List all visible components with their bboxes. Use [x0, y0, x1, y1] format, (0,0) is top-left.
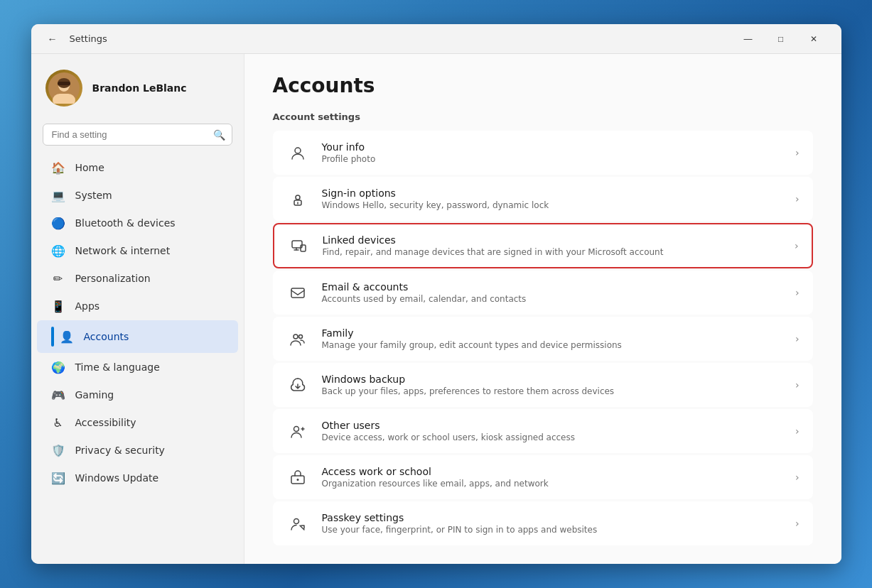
settings-text-passkey: Passkey settings Use your face, fingerpr…: [322, 512, 782, 535]
chevron-icon-access-work: ›: [795, 472, 800, 483]
titlebar: ← Settings — □ ✕: [31, 24, 841, 54]
chevron-icon-your-info: ›: [795, 147, 800, 158]
settings-title-your-info: Your info: [322, 141, 782, 153]
settings-window: ← Settings — □ ✕ Brandon: [31, 24, 841, 564]
settings-title-other-users: Other users: [322, 420, 782, 431]
nav-label-accessibility: Accessibility: [75, 417, 136, 428]
settings-icon-passkey: [286, 512, 309, 535]
close-button[interactable]: ✕: [797, 28, 830, 50]
nav-list: 🏠 Home 💻 System 🔵 Bluetooth & devices 🌐 …: [31, 154, 244, 491]
nav-icon-bluetooth: 🔵: [51, 216, 65, 230]
settings-title-access-work: Access work or school: [322, 466, 782, 477]
settings-icon-windows-backup: [286, 374, 309, 396]
settings-icon-signin-options: [286, 187, 309, 210]
sidebar-item-privacy[interactable]: 🛡️ Privacy & security: [37, 437, 238, 464]
settings-icon-family: [286, 327, 309, 350]
svg-point-11: [294, 334, 298, 339]
settings-item-email-accounts[interactable]: Email & accounts Accounts used by email,…: [273, 271, 813, 315]
nav-label-privacy: Privacy & security: [75, 445, 165, 456]
settings-desc-your-info: Profile photo: [322, 154, 782, 164]
nav-icon-personalization: ✏️: [51, 271, 65, 285]
sidebar-item-bluetooth[interactable]: 🔵 Bluetooth & devices: [37, 209, 238, 236]
back-button[interactable]: ←: [43, 29, 63, 49]
settings-item-your-info[interactable]: Your info Profile photo ›: [273, 131, 813, 175]
settings-item-passkey[interactable]: Passkey settings Use your face, fingerpr…: [273, 501, 813, 545]
settings-title-email-accounts: Email & accounts: [322, 281, 782, 293]
window-controls: — □ ✕: [732, 28, 830, 50]
chevron-icon-linked-devices: ›: [795, 240, 799, 251]
sidebar-item-network[interactable]: 🌐 Network & internet: [37, 237, 238, 264]
settings-item-family[interactable]: Family Manage your family group, edit ac…: [273, 317, 813, 361]
sidebar-item-personalization[interactable]: ✏️ Personalization: [37, 265, 238, 292]
settings-desc-family: Manage your family group, edit account t…: [322, 340, 782, 350]
window-body: Brandon LeBlanc 🔍 🏠 Home 💻 System 🔵 Blue…: [31, 54, 841, 564]
maximize-button[interactable]: □: [765, 28, 797, 50]
settings-icon-access-work: [286, 466, 309, 489]
settings-icon-email-accounts: [286, 281, 309, 304]
sidebar-item-accessibility[interactable]: ♿ Accessibility: [37, 409, 238, 436]
sidebar-item-time[interactable]: 🌍 Time & language: [37, 354, 238, 381]
sidebar-item-gaming[interactable]: 🎮 Gaming: [37, 381, 238, 408]
settings-title-windows-backup: Windows backup: [322, 374, 782, 385]
search-input[interactable]: [43, 124, 232, 146]
svg-point-12: [298, 335, 302, 339]
sidebar-item-accounts[interactable]: 👤 Accounts: [37, 320, 238, 353]
settings-text-access-work: Access work or school Organization resou…: [322, 466, 782, 489]
chevron-icon-signin-options: ›: [795, 193, 800, 205]
settings-text-windows-backup: Windows backup Back up your files, apps,…: [322, 374, 782, 396]
sidebar-item-update[interactable]: 🔄 Windows Update: [37, 464, 238, 491]
settings-text-family: Family Manage your family group, edit ac…: [322, 327, 782, 350]
sidebar-item-apps[interactable]: 📱 Apps: [37, 293, 238, 320]
settings-text-signin-options: Sign-in options Windows Hello, security …: [322, 187, 782, 210]
svg-rect-2: [53, 94, 75, 104]
settings-item-windows-backup[interactable]: Windows backup Back up your files, apps,…: [273, 363, 813, 407]
settings-icon-your-info: [286, 141, 309, 164]
nav-icon-network: 🌐: [51, 244, 65, 258]
sidebar-item-home[interactable]: 🏠 Home: [37, 154, 238, 181]
nav-label-system: System: [75, 190, 112, 201]
chevron-icon-windows-backup: ›: [795, 379, 800, 391]
nav-label-bluetooth: Bluetooth & devices: [75, 217, 176, 229]
nav-icon-system: 💻: [51, 188, 65, 202]
page-title: Accounts: [273, 74, 813, 97]
settings-desc-signin-options: Windows Hello, security key, password, d…: [322, 200, 782, 210]
svg-point-6: [296, 195, 300, 200]
chevron-icon-email-accounts: ›: [795, 287, 800, 298]
settings-text-email-accounts: Email & accounts Accounts used by email,…: [322, 281, 782, 304]
username: Brandon LeBlanc: [92, 82, 187, 94]
svg-rect-4: [58, 82, 70, 85]
section-label: Account settings: [273, 111, 813, 122]
chevron-icon-passkey: ›: [795, 518, 800, 529]
nav-icon-apps: 📱: [51, 299, 65, 313]
settings-icon-other-users: [286, 420, 309, 442]
nav-label-time: Time & language: [75, 361, 160, 373]
settings-desc-access-work: Organization resources like email, apps,…: [322, 479, 782, 489]
svg-point-15: [296, 479, 298, 481]
svg-rect-10: [291, 288, 304, 298]
settings-desc-linked-devices: Find, repair, and manage devices that ar…: [323, 247, 782, 257]
nav-label-home: Home: [75, 162, 104, 173]
nav-label-personalization: Personalization: [75, 273, 151, 284]
nav-label-network: Network & internet: [75, 245, 171, 256]
minimize-button[interactable]: —: [732, 28, 765, 50]
settings-item-access-work[interactable]: Access work or school Organization resou…: [273, 455, 813, 499]
settings-text-linked-devices: Linked devices Find, repair, and manage …: [323, 234, 782, 257]
settings-desc-other-users: Device access, work or school users, kio…: [322, 432, 782, 442]
nav-label-accounts: Accounts: [84, 331, 129, 342]
chevron-icon-family: ›: [795, 333, 800, 344]
sidebar-item-system[interactable]: 💻 System: [37, 182, 238, 209]
settings-text-other-users: Other users Device access, work or schoo…: [322, 420, 782, 442]
nav-label-update: Windows Update: [75, 472, 159, 484]
settings-text-your-info: Your info Profile photo: [322, 141, 782, 164]
settings-item-other-users[interactable]: Other users Device access, work or schoo…: [273, 409, 813, 453]
sidebar: Brandon LeBlanc 🔍 🏠 Home 💻 System 🔵 Blue…: [31, 54, 244, 564]
svg-point-16: [294, 519, 298, 524]
avatar: [45, 70, 82, 107]
active-indicator: [51, 327, 54, 347]
nav-label-apps: Apps: [75, 300, 100, 312]
search-box: 🔍: [43, 124, 232, 146]
settings-item-linked-devices[interactable]: Linked devices Find, repair, and manage …: [273, 223, 813, 268]
settings-title-signin-options: Sign-in options: [322, 187, 782, 199]
settings-icon-linked-devices: [287, 234, 310, 257]
settings-item-signin-options[interactable]: Sign-in options Windows Hello, security …: [273, 177, 813, 221]
